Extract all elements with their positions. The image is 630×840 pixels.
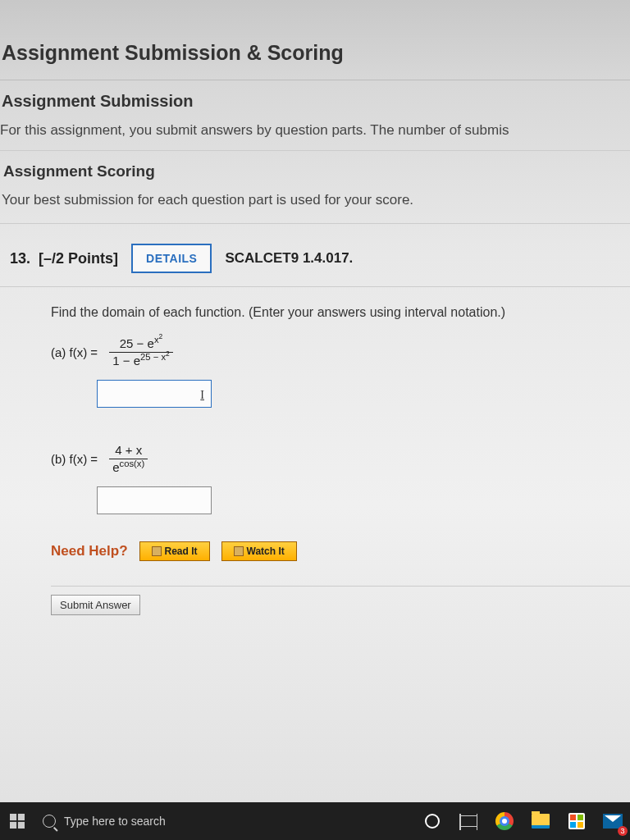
windows-icon [10,814,25,829]
part-b: (b) f(x) = 4 + x ecos(x) [51,443,630,517]
submission-desc: For this assignment, you submit answers … [0,122,630,151]
file-explorer-button[interactable] [530,810,551,832]
taskbar-search[interactable]: Type here to search [34,802,281,840]
svg-rect-1 [18,814,25,820]
svg-rect-0 [10,814,16,820]
taskbar-tray: 3 [422,802,630,840]
cortana-button[interactable] [422,810,443,832]
chrome-icon [495,812,514,830]
task-view-button[interactable] [458,810,479,832]
windows-taskbar: Type here to search 3 [0,802,630,840]
folder-icon [532,814,550,829]
mail-badge: 3 [618,826,628,836]
part-b-fraction: 4 + x ecos(x) [109,443,148,475]
part-a-label: (a) f(x) = [51,345,98,359]
svg-rect-2 [10,822,16,829]
submit-row: Submit Answer [51,586,630,625]
submission-heading: Assignment Submission [0,80,630,122]
need-help-row: Need Help? Read It Watch It [51,541,630,561]
submit-answer-button[interactable]: Submit Answer [51,595,140,615]
details-button[interactable]: DETAILS [131,244,212,273]
question-prompt: Find the domain of each function. (Enter… [51,305,630,320]
search-placeholder: Type here to search [64,815,166,828]
need-help-label: Need Help? [51,543,128,559]
part-a: (a) f(x) = 25 − ex2 1 − e25 − x2 [51,336,630,410]
question-reference: SCALCET9 1.4.017. [225,250,353,267]
svg-rect-3 [18,822,25,829]
scoring-desc: Your best submission for each question p… [0,192,630,224]
read-it-button[interactable]: Read It [139,541,210,561]
part-b-answer-input[interactable] [97,486,212,514]
part-a-fraction: 25 − ex2 1 − e25 − x2 [109,336,172,368]
watch-it-button[interactable]: Watch It [221,541,297,561]
part-a-answer-input[interactable] [97,380,212,408]
read-it-icon [152,546,162,556]
mail-button[interactable]: 3 [602,810,623,832]
main-heading: Assignment Submission & Scoring [0,41,630,80]
start-button[interactable] [0,802,34,840]
cortana-icon [425,814,440,829]
scoring-heading: Assignment Scoring [0,151,630,192]
question-number: 13. [–/2 Points] [10,250,118,267]
search-icon [43,815,56,828]
part-b-label: (b) f(x) = [51,452,98,466]
store-icon [568,813,585,829]
question-header: 13. [–/2 Points] DETAILS SCALCET9 1.4.01… [0,224,630,287]
ms-store-button[interactable] [566,810,587,832]
question-body: Find the domain of each function. (Enter… [0,287,630,625]
task-view-icon [460,815,477,827]
watch-it-icon [234,546,244,556]
chrome-button[interactable] [494,810,515,832]
